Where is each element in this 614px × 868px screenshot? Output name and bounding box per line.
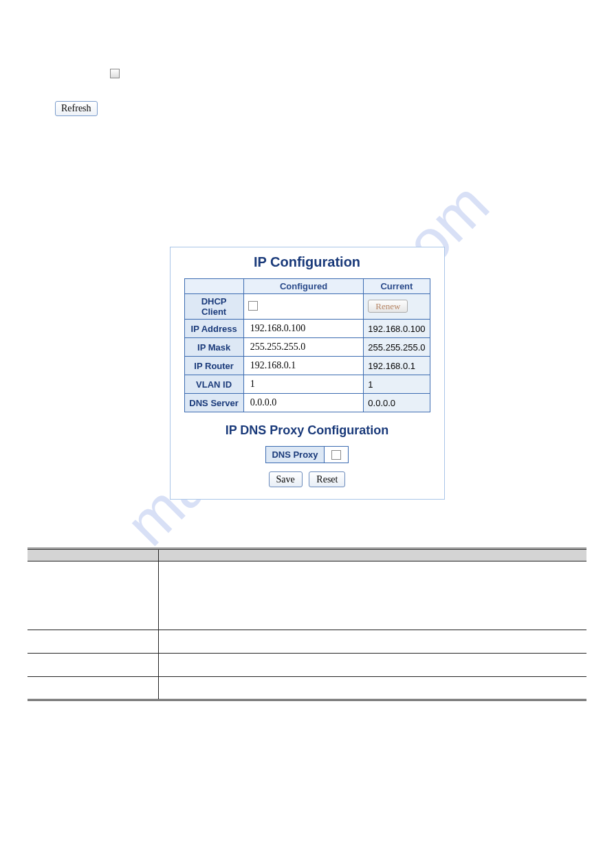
header-configured: Configured (243, 279, 364, 294)
row-ip-mask: IP Mask 255.255.255.0 (184, 338, 430, 357)
dns-proxy-row: DNS Proxy (184, 446, 430, 463)
desc-row-3 (28, 654, 586, 677)
auto-refresh-checkbox[interactable] (110, 69, 120, 78)
label-ip-router: IP Router (184, 357, 243, 375)
current-vlan-id: 1 (364, 375, 430, 394)
header-current: Current (364, 279, 430, 294)
desc-row-1 (28, 561, 586, 630)
dns-proxy-box (325, 446, 349, 463)
current-ip-router: 192.168.0.1 (364, 357, 430, 375)
label-dhcp-client: DHCP Client (184, 294, 243, 320)
dns-proxy-title: IP DNS Proxy Configuration (184, 423, 430, 438)
desc-cell-4-left (28, 677, 158, 700)
dhcp-client-checkbox[interactable] (248, 301, 258, 311)
save-button[interactable]: Save (269, 471, 303, 487)
input-vlan-id[interactable] (248, 377, 360, 391)
button-row: Save Reset (184, 474, 430, 485)
top-area: Refresh (55, 69, 586, 116)
row-ip-address: IP Address 192.168.0.100 (184, 320, 430, 338)
desc-cell-3-right (158, 654, 586, 677)
label-vlan-id: VLAN ID (184, 375, 243, 394)
desc-header-left (28, 549, 158, 561)
desc-header-right (158, 549, 586, 561)
header-blank (184, 279, 243, 294)
current-ip-mask: 255.255.255.0 (364, 338, 430, 357)
desc-cell-4-right (158, 677, 586, 700)
renew-button[interactable]: Renew (368, 300, 408, 313)
row-dhcp-client: DHCP Client Renew (184, 294, 430, 320)
cell-dhcp-configured (243, 294, 364, 320)
desc-cell-1-left (28, 561, 158, 630)
row-dns-server: DNS Server 0.0.0.0 (184, 394, 430, 412)
refresh-button[interactable]: Refresh (55, 101, 98, 116)
description-table (28, 548, 586, 701)
label-ip-mask: IP Mask (184, 338, 243, 357)
input-ip-mask[interactable] (248, 340, 360, 354)
input-ip-address[interactable] (248, 322, 360, 335)
reset-button[interactable]: Reset (309, 471, 345, 487)
input-ip-router[interactable] (248, 359, 360, 372)
desc-cell-2-left (28, 630, 158, 654)
dns-proxy-checkbox[interactable] (331, 450, 341, 460)
label-dns-server: DNS Server (184, 394, 243, 412)
cell-dhcp-current: Renew (364, 294, 430, 320)
input-dns-server[interactable] (248, 396, 360, 410)
label-ip-address: IP Address (184, 320, 243, 338)
desc-row-4 (28, 677, 586, 700)
ip-configuration-panel: IP Configuration Configured Current DHCP… (170, 247, 445, 500)
desc-cell-3-left (28, 654, 158, 677)
current-dns-server: 0.0.0.0 (364, 394, 430, 412)
ip-config-table: Configured Current DHCP Client Renew IP … (184, 278, 430, 412)
desc-row-2 (28, 630, 586, 654)
row-vlan-id: VLAN ID 1 (184, 375, 430, 394)
desc-cell-2-right (158, 630, 586, 654)
current-ip-address: 192.168.0.100 (364, 320, 430, 338)
row-ip-router: IP Router 192.168.0.1 (184, 357, 430, 375)
panel-title: IP Configuration (184, 254, 430, 270)
dns-proxy-label: DNS Proxy (265, 446, 324, 463)
desc-cell-1-right (158, 561, 586, 630)
